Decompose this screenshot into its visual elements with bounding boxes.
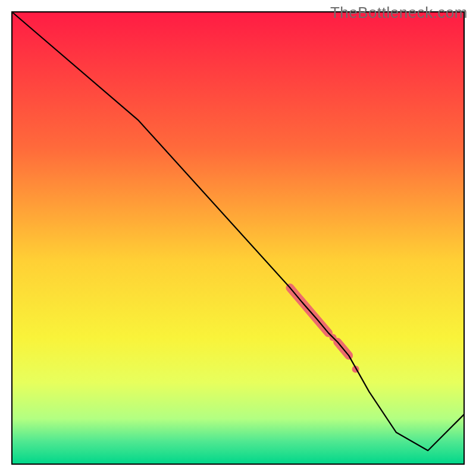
plot-background [12, 12, 464, 464]
bottleneck-chart [0, 0, 476, 476]
chart-container: TheBottleneck.com [0, 0, 476, 476]
